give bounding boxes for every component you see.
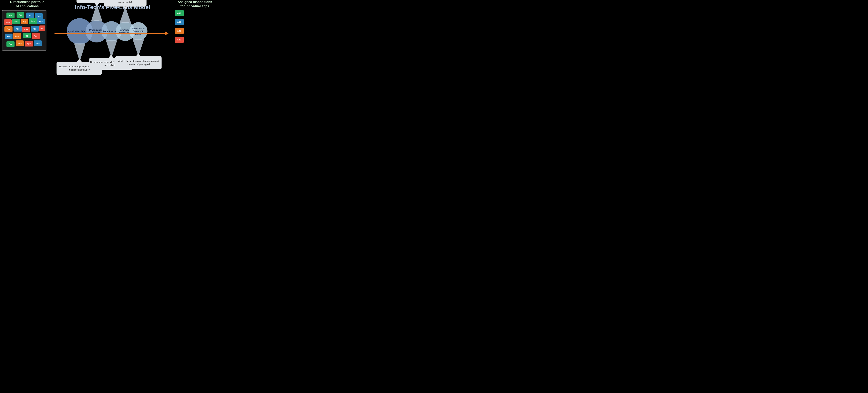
app-tile: App [5,33,12,39]
disposition-list: AppAppAppApp [175,10,215,43]
right-title-line1: Assigned dispositions [178,0,212,4]
app-tile: App [39,26,45,31]
app-tile: App [17,12,24,18]
flow-arrow [55,31,168,35]
left-title: Directionless portfolio of applications [2,0,53,8]
lens-triangle [74,44,85,62]
app-tile: App [26,12,34,18]
app-tile: App [25,41,33,47]
lenses-diagram: Application AlignmentOrganizational Valu… [51,0,175,98]
left-title-line2: of applications [16,4,39,8]
center-section: Info-Tech's Five-Lens Model Application … [51,0,175,98]
app-tile: App [4,26,12,32]
app-tile: App [6,41,14,47]
svg-marker-7 [108,55,114,58]
app-tile: App [21,19,28,24]
svg-marker-5 [77,59,82,62]
app-tile: App [16,40,24,46]
app-tile: App [13,33,21,39]
right-title-line2: for individual apps [181,4,209,8]
disposition-box: App [175,19,184,25]
svg-marker-1 [94,3,99,6]
svg-marker-9 [136,53,141,56]
svg-marker-3 [123,7,128,9]
arrow-head [165,31,168,35]
app-tile: App [4,20,12,25]
app-tile: App [31,26,39,31]
right-section: Assigned dispositions for individual app… [175,0,215,46]
disposition-item: App [175,37,215,43]
disposition-box: App [175,10,184,16]
arrow-line [55,33,165,34]
left-title-line1: Directionless portfolio [10,0,44,4]
app-tile: App [37,19,45,24]
lens-triangle [91,4,102,21]
app-tile: App [34,40,42,46]
app-tile: App [23,33,31,38]
app-tile: App [13,26,22,31]
app-tile: App [22,27,30,32]
app-portfolio-box: AppAppAppAppAppAppAppAppAppAppAppAppAppA… [2,10,46,51]
disposition-item: App [175,19,215,25]
callout-box: How well do your apps meet your end user… [104,0,147,9]
disposition-item: App [175,28,215,34]
left-section: Directionless portfolio of applications … [2,0,53,51]
app-tile: App [6,12,14,18]
disposition-item: App [175,10,215,16]
callout-box: What is the relative cost of ownership a… [115,53,162,69]
app-tile: App [12,19,20,24]
app-tile: App [29,18,37,24]
disposition-box: App [175,28,184,34]
disposition-box: App [175,37,184,43]
app-tile: App [32,33,40,39]
lens-triangle [106,40,117,58]
right-title: Assigned dispositions for individual app… [175,0,215,8]
